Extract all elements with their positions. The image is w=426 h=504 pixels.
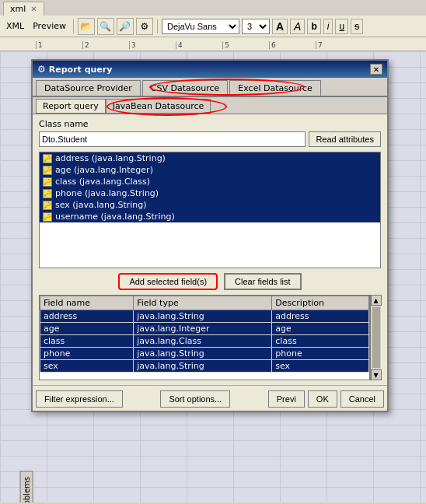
field-icon-phone: 🔑 <box>43 189 52 198</box>
dialog-title-bar: ⚙ Report query ✕ <box>33 61 387 78</box>
table-row[interactable]: age java.lang.Integer age <box>40 323 369 335</box>
italic-btn[interactable]: i <box>323 19 333 34</box>
cancel-button[interactable]: Cancel <box>340 390 384 408</box>
ruler: 1 2 3 4 5 6 7 <box>0 37 426 51</box>
action-buttons-row: Add selected field(s) Clear fields list <box>39 273 381 290</box>
table-row[interactable]: address java.lang.String address <box>40 310 369 323</box>
font-select[interactable]: DejaVu Sans <box>162 19 239 34</box>
zoom-in-btn[interactable]: 🔎 <box>117 18 134 35</box>
toolbar-separator-1 <box>73 19 74 33</box>
field-icon-age: 🔑 <box>43 166 52 175</box>
dialog-close-button[interactable]: ✕ <box>370 64 382 75</box>
preview-button[interactable]: Previ <box>268 390 305 408</box>
tab-csv-datasource[interactable]: CSV Datasource <box>142 80 228 96</box>
ruler-mark-7: 7 <box>316 41 362 49</box>
tab-report-query[interactable]: Report query <box>36 99 106 114</box>
dialog-body: Class name Read attributes 🔑 address (ja… <box>33 114 387 385</box>
fields-list-container: 🔑 address (java.lang.String) 🔑 age (java… <box>39 152 381 268</box>
underline-btn[interactable]: u <box>335 19 348 34</box>
ok-button[interactable]: OK <box>308 390 337 408</box>
dialog-tab-row-2: Report query JavaBean Datasource <box>33 97 387 114</box>
bottom-buttons-row: Filter expression... Sort options... Pre… <box>33 385 387 411</box>
field-icon-username: 🔑 <box>43 212 52 222</box>
ruler-mark-5: 5 <box>222 41 269 49</box>
field-icon-address: 🔑 <box>43 154 52 163</box>
xml-menu-item[interactable]: XML <box>3 21 27 31</box>
class-name-input[interactable] <box>39 131 306 147</box>
class-name-label: Class name <box>39 119 381 129</box>
col-header-field-type: Field type <box>134 296 272 310</box>
dialog-tab-row-1: DataSource Provider CSV Datasource Excel… <box>33 78 387 97</box>
report-query-dialog: ⚙ Report query ✕ DataSource Provider CSV… <box>31 59 389 412</box>
bold-A-btn[interactable]: A <box>272 19 288 34</box>
tab-excel-datasource[interactable]: Excel Datasource <box>229 80 320 96</box>
ruler-mark-2: 2 <box>82 41 129 49</box>
problems-tab[interactable]: problems <box>20 471 33 502</box>
filter-expression-button[interactable]: Filter expression... <box>36 390 123 408</box>
read-attributes-button[interactable]: Read attributes <box>309 131 381 147</box>
tab-close-icon[interactable]: ✕ <box>30 5 37 13</box>
col-header-description: Description <box>272 296 369 310</box>
tab-strip: xml ✕ <box>0 0 426 16</box>
table-row[interactable]: phone java.lang.String phone <box>40 348 369 360</box>
size-select[interactable]: 3 <box>242 19 270 34</box>
scroll-thumb[interactable] <box>372 307 380 368</box>
ruler-mark-3: 3 <box>129 41 176 49</box>
field-item-sex[interactable]: 🔑 sex (java.lang.String) <box>40 199 380 211</box>
toolbar-separator-2 <box>157 19 158 33</box>
main-area: problems ⚙ Report query ✕ DataSource Pro… <box>0 51 426 502</box>
scroll-down-arrow[interactable]: ▼ <box>371 369 382 380</box>
bold-btn[interactable]: b <box>307 19 320 34</box>
dialog-title: ⚙ Report query <box>37 64 112 75</box>
open-btn[interactable]: 📂 <box>78 18 95 35</box>
class-name-row: Read attributes <box>39 131 381 147</box>
field-item-age[interactable]: 🔑 age (java.lang.Integer) <box>40 164 380 176</box>
results-table-container: Field name Field type Description addres… <box>39 295 370 380</box>
fields-listbox[interactable]: 🔑 address (java.lang.String) 🔑 age (java… <box>39 152 381 268</box>
field-icon-sex: 🔑 <box>43 201 52 210</box>
tab-xml[interactable]: xml ✕ <box>3 2 44 16</box>
ruler-mark-6: 6 <box>269 41 316 49</box>
sort-options-button[interactable]: Sort options... <box>160 390 230 408</box>
field-icon-class: 🔑 <box>43 177 52 187</box>
results-table: Field name Field type Description addres… <box>40 296 369 373</box>
preview-menu-item[interactable]: Preview <box>30 21 69 31</box>
table-row[interactable]: class java.lang.Class class <box>40 335 369 348</box>
clear-fields-list-button[interactable]: Clear fields list <box>224 273 302 290</box>
tab-javabean-datasource[interactable]: JavaBean Datasource <box>106 99 211 114</box>
field-item-class[interactable]: 🔑 class (java.lang.Class) <box>40 176 380 187</box>
zoom-fit-btn[interactable]: 🔍 <box>97 18 114 35</box>
ok-cancel-group: Previ OK Cancel <box>268 390 384 408</box>
field-item-phone[interactable]: 🔑 phone (java.lang.String) <box>40 187 380 199</box>
results-table-wrapper: Field name Field type Description addres… <box>39 295 381 380</box>
strikethrough-btn[interactable]: s <box>351 19 363 34</box>
tab-datasource-provider[interactable]: DataSource Provider <box>36 80 141 96</box>
add-selected-fields-button[interactable]: Add selected field(s) <box>118 273 218 290</box>
ruler-mark-1: 1 <box>36 41 82 49</box>
settings-btn[interactable]: ⚙ <box>136 18 153 35</box>
table-scrollbar[interactable]: ▲ ▼ <box>370 295 381 380</box>
col-header-field-name: Field name <box>40 296 134 310</box>
field-item-username[interactable]: 🔑 username (java.lang.String) <box>40 211 380 222</box>
table-row[interactable]: sex java.lang.String sex <box>40 360 369 373</box>
ruler-mark-4: 4 <box>176 41 222 49</box>
scroll-up-arrow[interactable]: ▲ <box>371 295 382 306</box>
toolbar: XML Preview 📂 🔍 🔎 ⚙ DejaVu Sans 3 A A b … <box>0 16 426 37</box>
italic-A-btn[interactable]: A <box>290 19 305 34</box>
field-item-address[interactable]: 🔑 address (java.lang.String) <box>40 152 380 164</box>
